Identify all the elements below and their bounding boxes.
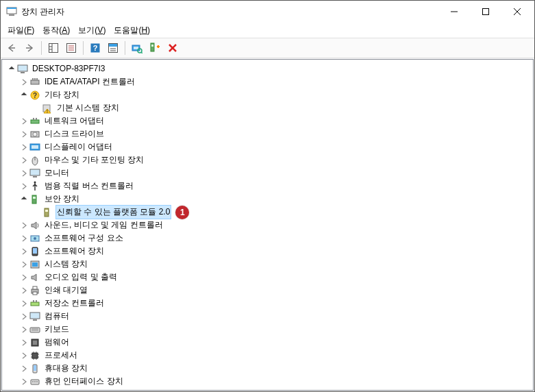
tree-item[interactable]: 컴퓨터 (6, 310, 533, 323)
maximize-button[interactable] (470, 1, 501, 22)
chevron-right-icon[interactable] (18, 233, 29, 244)
tree-item[interactable]: 모니터 (6, 167, 533, 180)
add-hardware-button[interactable] (147, 40, 163, 56)
tree-item[interactable]: ?기타 장치 (6, 88, 533, 101)
chevron-right-icon[interactable] (18, 376, 29, 387)
svg-rect-53 (32, 195, 36, 204)
tree-item-label: 소프트웨어 구성 요소 (43, 232, 125, 245)
storage-icon (29, 298, 40, 309)
menu-view[interactable]: 보기(V) (74, 23, 110, 38)
svg-rect-60 (33, 248, 37, 254)
svg-rect-62 (32, 262, 38, 267)
tree-item[interactable]: 프로세서 (6, 349, 533, 362)
portable-icon (29, 363, 40, 374)
svg-line-26 (141, 52, 142, 53)
tree-item[interactable]: 네트워크 어댑터 (6, 114, 533, 127)
tree-item-label: 소프트웨어 장치 (43, 245, 105, 258)
menu-help[interactable]: 도움말(H) (110, 23, 154, 38)
menu-action[interactable]: 동작(A) (38, 23, 74, 38)
tree-item[interactable]: 소프트웨어 장치 (6, 245, 533, 258)
chevron-right-icon[interactable] (18, 311, 29, 322)
tree-item[interactable]: 시스템 장치 (6, 258, 533, 271)
svg-rect-86 (34, 365, 36, 371)
tree-item[interactable]: 신뢰할 수 있는 플랫폼 모듈 2.0 (6, 206, 533, 219)
tree-item-label: 오디오 입력 및 출력 (43, 271, 119, 284)
svg-rect-20 (109, 44, 117, 47)
svg-text:!: ! (47, 108, 48, 113)
chevron-right-icon[interactable] (18, 272, 29, 283)
chevron-right-icon[interactable] (18, 168, 29, 179)
other-icon: ? (29, 90, 40, 101)
chevron-down-icon[interactable] (6, 64, 17, 75)
tree-item[interactable]: 디스크 드라이브 (6, 127, 533, 140)
tree-item-label: 디스플레이 어댑터 (43, 140, 114, 154)
uninstall-button[interactable] (164, 40, 181, 56)
tree-item[interactable]: 보안 장치 (6, 193, 533, 206)
svg-rect-67 (33, 300, 34, 302)
svg-rect-66 (31, 302, 39, 306)
help-button[interactable]: ? (87, 40, 103, 56)
chevron-right-icon[interactable] (18, 181, 29, 192)
chevron-right-icon[interactable] (18, 363, 29, 374)
device-tree-panel[interactable]: DESKTOP-83PF7I3IDE ATA/ATAPI 컨트롤러?기타 장치!… (1, 59, 534, 391)
minimize-button[interactable] (438, 1, 470, 22)
ide-icon (29, 77, 40, 88)
svg-text:?: ? (33, 92, 37, 99)
chevron-right-icon[interactable] (18, 350, 29, 361)
svg-rect-41 (31, 120, 39, 123)
svg-rect-1 (7, 8, 16, 9)
svg-rect-50 (30, 169, 40, 175)
tree-item[interactable]: !기본 시스템 장치 (6, 101, 533, 114)
tree-item[interactable]: 휴대용 장치 (6, 362, 533, 375)
disk-icon (29, 129, 40, 140)
chevron-right-icon[interactable] (18, 298, 29, 309)
svg-rect-75 (33, 341, 37, 345)
fw-icon (29, 337, 40, 348)
tree-root-label: DESKTOP-83PF7I3 (31, 62, 107, 75)
tree-item[interactable]: 키보드 (6, 323, 533, 336)
tree-item[interactable]: 범용 직렬 버스 컨트롤러 (6, 180, 533, 193)
tree-item[interactable]: IDE ATA/ATAPI 컨트롤러 (6, 75, 533, 88)
menu-file[interactable]: 파일(F) (3, 23, 38, 38)
chevron-right-icon[interactable] (18, 259, 29, 270)
tree-item[interactable]: 펌웨어 (6, 336, 533, 349)
properties-button[interactable] (63, 40, 79, 56)
nav-back-button[interactable] (3, 40, 20, 56)
tree-item[interactable]: 인쇄 대기열 (6, 284, 533, 297)
nav-forward-button[interactable] (21, 40, 38, 56)
tree-item-label: 기타 장치 (43, 88, 81, 101)
svg-point-90 (36, 381, 38, 382)
chevron-down-icon[interactable] (18, 194, 29, 205)
app-icon (6, 6, 17, 17)
tree-item-label: 마우스 및 기타 포인팅 장치 (43, 154, 145, 167)
chevron-right-icon[interactable] (18, 246, 29, 257)
chevron-right-icon[interactable] (18, 116, 29, 127)
chevron-right-icon[interactable] (18, 155, 29, 166)
svg-rect-24 (134, 47, 138, 49)
tree-root[interactable]: DESKTOP-83PF7I3 (6, 62, 533, 75)
toolbar-separator (125, 41, 125, 55)
chevron-right-icon[interactable] (18, 77, 29, 88)
svg-rect-31 (18, 65, 27, 71)
chevron-right-icon[interactable] (18, 324, 29, 335)
tree-item-label: 범용 직렬 버스 컨트롤러 (43, 180, 135, 193)
tree-item[interactable]: 휴먼 인터페이스 장치 (6, 375, 533, 388)
svg-rect-47 (32, 145, 38, 149)
tree-item[interactable]: 사운드, 비디오 및 게임 컨트롤러 (6, 219, 533, 232)
tree-item-label: 휴대용 장치 (43, 362, 89, 375)
chevron-right-icon[interactable] (18, 285, 29, 296)
tree-item[interactable]: 저장소 컨트롤러 (6, 297, 533, 310)
show-hide-tree-button[interactable] (45, 40, 62, 56)
chevron-right-icon[interactable] (18, 220, 29, 231)
chevron-down-icon[interactable] (18, 90, 29, 101)
chevron-right-icon[interactable] (18, 337, 29, 348)
tree-item[interactable]: 디스플레이 어댑터 (6, 140, 533, 154)
scan-hardware-button[interactable] (129, 40, 145, 56)
tree-item[interactable]: 소프트웨어 구성 요소 (6, 232, 533, 245)
action-button[interactable] (105, 40, 121, 56)
tree-item[interactable]: 마우스 및 기타 포인팅 장치 (6, 154, 533, 167)
close-button[interactable] (501, 1, 533, 22)
chevron-right-icon[interactable] (18, 129, 29, 140)
tree-item[interactable]: 오디오 입력 및 출력 (6, 271, 533, 284)
chevron-right-icon[interactable] (18, 142, 29, 153)
